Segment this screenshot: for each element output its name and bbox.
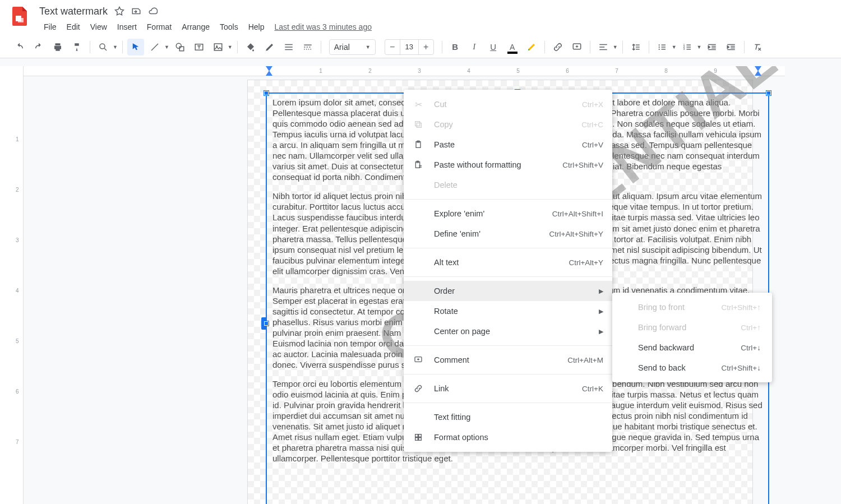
svg-point-3 [176, 43, 181, 48]
cut-icon: ✂ [413, 99, 424, 110]
paste-plain-icon [413, 160, 424, 169]
comment-icon [413, 355, 424, 364]
shape-tool[interactable] [172, 39, 188, 56]
svg-rect-24 [415, 438, 418, 441]
app-icon [9, 4, 31, 27]
bold-button[interactable]: B [447, 39, 464, 56]
svg-point-2 [100, 44, 105, 49]
ruler-tick: 3 [418, 68, 421, 74]
line-spacing-dropdown[interactable] [627, 39, 644, 56]
ctx-rotate[interactable]: Rotate ▶ [404, 301, 612, 321]
ruler-tick: 6 [566, 68, 569, 74]
ruler-tick: 5 [16, 338, 19, 344]
font-size-stepper[interactable]: − + [385, 39, 434, 55]
chevron-right-icon: ▶ [599, 288, 603, 295]
svg-point-10 [658, 46, 659, 47]
clear-formatting-button[interactable] [749, 39, 766, 56]
cloud-icon[interactable] [148, 6, 158, 16]
menu-format[interactable]: Format [142, 20, 176, 34]
svg-rect-4 [179, 47, 184, 51]
sub-bring-forward: Bring forward Ctrl+↑ [612, 317, 772, 337]
underline-button[interactable]: U [485, 39, 502, 56]
ctx-order[interactable]: Order ▶ [404, 281, 612, 301]
chevron-right-icon: ▶ [599, 308, 603, 315]
svg-rect-15 [417, 123, 421, 127]
ruler-tick: 7 [16, 439, 19, 445]
highlight-color-button[interactable] [523, 39, 540, 56]
copy-icon [413, 120, 424, 129]
align-dropdown[interactable]: ▼ [595, 39, 618, 56]
document-title[interactable]: Text watermark [39, 6, 108, 17]
line-tool[interactable]: ▼ [146, 39, 169, 56]
ctx-alt-text[interactable]: Alt text Ctrl+Alt+Y [404, 252, 612, 272]
svg-text:3: 3 [683, 47, 685, 50]
ctx-comment[interactable]: Comment Ctrl+Alt+M [404, 350, 612, 370]
toolbar: ▼ ▼ ▼ Arial▼ − + B I U A ▼ ▼ 123▼ [0, 36, 841, 58]
ruler-tick: 7 [615, 68, 618, 74]
ctx-text-fitting[interactable]: Text fitting [404, 407, 612, 427]
menu-help[interactable]: Help [244, 20, 269, 34]
sub-send-back[interactable]: Send to back Ctrl+Shift+↓ [612, 358, 772, 378]
border-weight-button[interactable] [280, 39, 297, 56]
print-button[interactable] [49, 39, 66, 56]
left-indent-marker[interactable] [266, 71, 272, 76]
ruler-tick: 1 [319, 68, 322, 74]
textbox-tool[interactable] [191, 39, 207, 56]
ruler-tick: 6 [16, 389, 19, 395]
ruler-tick: 1 [16, 136, 19, 142]
font-size-decrease[interactable]: − [385, 40, 400, 54]
insert-comment-button[interactable] [569, 39, 585, 56]
vertical-ruler: 1 2 3 4 5 6 7 [0, 66, 24, 504]
ctx-paste-plain[interactable]: Paste without formatting Ctrl+Shift+V [404, 155, 612, 175]
svg-rect-23 [419, 434, 422, 437]
menu-arrange[interactable]: Arrange [177, 20, 214, 34]
increase-indent-button[interactable] [723, 39, 740, 56]
redo-button[interactable] [30, 39, 47, 56]
menu-file[interactable]: File [39, 20, 61, 34]
menu-view[interactable]: View [86, 20, 112, 34]
context-menu: ✂ Cut Ctrl+X Copy Ctrl+C Paste Ctrl+V Pa… [404, 90, 612, 452]
ctx-link[interactable]: Link Ctrl+K [404, 378, 612, 399]
ctx-define[interactable]: Define 'enim' Ctrl+Alt+Shift+Y [404, 224, 612, 244]
last-edit-link[interactable]: Last edit was 3 minutes ago [274, 22, 372, 31]
link-icon [413, 384, 424, 393]
ctx-center[interactable]: Center on page ▶ [404, 321, 612, 341]
title-bar: Text watermark File Edit View Insert For… [0, 0, 841, 36]
bulleted-list-dropdown[interactable]: ▼ [654, 39, 677, 56]
svg-rect-1 [18, 18, 24, 22]
ctx-paste[interactable]: Paste Ctrl+V [404, 135, 612, 155]
svg-rect-6 [214, 44, 222, 50]
insert-link-button[interactable] [549, 39, 566, 56]
move-icon[interactable] [131, 6, 141, 16]
ctx-delete: Delete [404, 175, 612, 195]
zoom-dropdown[interactable]: ▼ [95, 39, 118, 56]
text-color-button[interactable]: A [504, 39, 521, 56]
ctx-explore[interactable]: Explore 'enim' Ctrl+Alt+Shift+I [404, 204, 612, 224]
sub-send-backward[interactable]: Send backward Ctrl+↓ [612, 337, 772, 358]
fill-color-button[interactable] [242, 39, 259, 56]
menu-insert[interactable]: Insert [113, 20, 141, 34]
numbered-list-dropdown[interactable]: 123▼ [679, 39, 702, 56]
undo-button[interactable] [11, 39, 28, 56]
paint-format-button[interactable] [68, 39, 85, 56]
italic-button[interactable]: I [466, 39, 483, 56]
menu-edit[interactable]: Edit [62, 20, 85, 34]
font-size-increase[interactable]: + [419, 40, 433, 54]
ruler-tick: 8 [664, 68, 668, 74]
right-indent-marker[interactable] [755, 71, 761, 76]
svg-rect-16 [415, 122, 420, 126]
select-tool[interactable] [127, 39, 144, 56]
star-icon[interactable] [114, 6, 124, 16]
decrease-indent-button[interactable] [704, 39, 720, 56]
font-family-select[interactable]: Arial▼ [329, 39, 376, 55]
image-tool[interactable]: ▼ [210, 39, 233, 56]
ruler-tick: 2 [368, 68, 372, 74]
border-dash-button[interactable] [299, 39, 316, 56]
border-color-button[interactable] [261, 39, 278, 56]
menu-tools[interactable]: Tools [215, 20, 243, 34]
menu-bar: File Edit View Insert Format Arrange Too… [39, 20, 372, 36]
ctx-format-options[interactable]: Format options [404, 427, 612, 447]
sub-bring-front: Bring to front Ctrl+Shift+↑ [612, 297, 772, 317]
ruler-tick: 3 [16, 237, 19, 243]
font-size-input[interactable] [400, 40, 419, 54]
